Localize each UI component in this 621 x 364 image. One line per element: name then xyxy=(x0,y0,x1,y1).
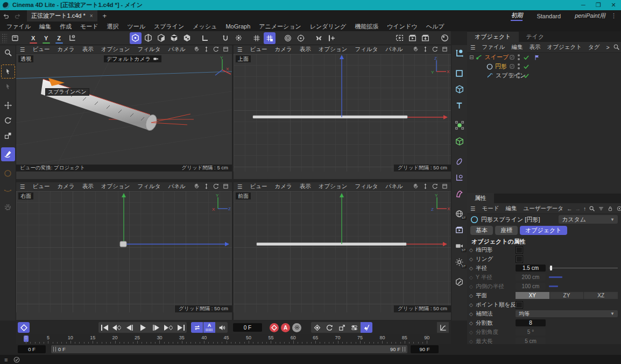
minimize-button[interactable]: ─ xyxy=(576,2,591,9)
plane-button-ZY[interactable]: ZY xyxy=(550,292,584,299)
object-row-2[interactable]: スプライン xyxy=(467,71,621,80)
render-settings-button[interactable] xyxy=(419,32,431,44)
lock-x-axis-button[interactable]: X xyxy=(27,32,39,44)
menu-item-2[interactable]: 表示 xyxy=(79,183,97,190)
next-key-button[interactable] xyxy=(163,322,174,333)
slider-handle[interactable] xyxy=(550,266,552,270)
cube-primitive-icon[interactable] xyxy=(453,82,467,96)
menu-item-2[interactable]: 作成 xyxy=(55,23,76,31)
toolbar-grip[interactable] xyxy=(2,33,7,43)
symmetry-settings-button[interactable] xyxy=(326,32,337,44)
visibility-dot-render[interactable] xyxy=(518,67,520,69)
checkbox[interactable] xyxy=(516,255,523,263)
menu-item-4[interactable]: フィルタ xyxy=(133,183,164,190)
null-axis-icon[interactable] xyxy=(453,170,467,184)
light-icon[interactable]: ST xyxy=(453,255,467,269)
menu-item-0[interactable]: ビュー xyxy=(246,46,271,53)
visibility-dot-editor[interactable] xyxy=(518,73,520,75)
viewport-right[interactable]: ☰ ビューカメラ表示オプションフィルタパネル Y xyxy=(16,182,232,320)
perspective-canvas[interactable]: Y X 透視 デフォルトカメラ スプラインペン ビューの変換: プロジェクト グ… xyxy=(16,54,232,172)
goto-end-button[interactable] xyxy=(175,322,187,333)
enabled-check-icon[interactable] xyxy=(523,63,530,70)
range-right-handle[interactable] xyxy=(403,347,405,352)
hamburger-icon[interactable]: ☰ xyxy=(234,183,246,190)
new-tab-button[interactable]: + xyxy=(97,12,112,20)
hamburger-icon[interactable]: ☰ xyxy=(467,44,478,51)
points-mode-button[interactable] xyxy=(130,32,142,44)
sound-button[interactable] xyxy=(216,322,228,333)
menu-item-12[interactable]: ウインドウ xyxy=(383,23,421,31)
dolly-icon[interactable] xyxy=(203,46,210,53)
sky-environment-icon[interactable]: ST xyxy=(453,206,467,220)
record-scale-button[interactable] xyxy=(336,322,348,333)
value-field[interactable]: 8 xyxy=(516,319,546,326)
menu-item-9[interactable]: アニメーション xyxy=(255,23,306,31)
symmetry-button[interactable] xyxy=(313,32,324,44)
spline-primitive-icon[interactable] xyxy=(453,66,467,80)
menu-item-5[interactable]: > xyxy=(603,44,612,51)
menu-item-5[interactable]: パネル xyxy=(164,46,189,53)
anim-dot-icon[interactable]: ◇ xyxy=(469,302,476,308)
rotate-tool-icon[interactable] xyxy=(1,113,15,127)
camera-icon[interactable]: ST xyxy=(453,239,467,253)
model-mode-button[interactable] xyxy=(168,32,180,44)
hamburger-icon[interactable]: ☰ xyxy=(234,46,246,53)
menu-item-2[interactable]: 表示 xyxy=(296,183,315,190)
menu-item-0[interactable]: ファイル xyxy=(2,23,35,31)
range-end-field[interactable]: 90 F xyxy=(411,345,439,353)
menu-item-3[interactable]: オプション xyxy=(97,183,134,190)
workplane-mode-button[interactable] xyxy=(282,32,294,44)
record-keyframe-button[interactable] xyxy=(270,323,279,332)
visibility-dot-render[interactable] xyxy=(518,58,520,60)
maximize-button[interactable]: ❐ xyxy=(591,2,606,9)
joint-tool-icon[interactable] xyxy=(1,200,15,214)
object-row-1[interactable]: 円形 xyxy=(467,62,621,71)
object-name[interactable]: 円形 xyxy=(495,62,507,70)
deformer-bend-icon[interactable] xyxy=(453,187,467,201)
tab-attributes[interactable]: 属性 xyxy=(467,193,494,203)
stage-icon[interactable] xyxy=(453,223,467,237)
menu-item-13[interactable]: ヘルプ xyxy=(422,23,449,31)
layout-initial[interactable]: 初期 xyxy=(511,11,523,21)
menu-item-6[interactable]: スプライン xyxy=(150,23,188,31)
menu-item-3[interactable]: オブジェクト xyxy=(544,44,584,51)
slider-track[interactable] xyxy=(549,268,618,268)
expand-icon[interactable]: ⊟ xyxy=(469,54,474,60)
render-picture-viewer-button[interactable] xyxy=(406,32,418,44)
toggle-view-icon[interactable] xyxy=(222,46,229,53)
plane-button-XZ[interactable]: XZ xyxy=(584,292,618,299)
goto-start-button[interactable] xyxy=(98,322,110,333)
menu-item-1[interactable]: 編集 xyxy=(508,44,526,51)
anim-dot-icon[interactable]: ◇ xyxy=(469,311,476,317)
enable-quantize-button[interactable] xyxy=(264,32,276,44)
preview-range-slider[interactable]: 0 F 90 F xyxy=(51,345,407,353)
pan-icon[interactable] xyxy=(193,183,200,190)
close-button[interactable]: ✕ xyxy=(606,2,621,9)
polygons-mode-button[interactable] xyxy=(156,32,167,44)
menu-item-0[interactable]: モード xyxy=(478,205,502,212)
lock-y-axis-button[interactable]: Y xyxy=(40,32,52,44)
texture-mode-button[interactable] xyxy=(181,32,193,44)
range-left-handle[interactable] xyxy=(53,347,56,352)
edit-icon[interactable] xyxy=(509,63,515,69)
menu-item-1[interactable]: カメラ xyxy=(53,46,78,53)
hamburger-icon[interactable]: ☰ xyxy=(16,46,29,53)
edit-icon[interactable] xyxy=(509,54,515,60)
previous-frame-button[interactable] xyxy=(123,322,135,333)
previous-key-button[interactable] xyxy=(111,322,123,333)
top-canvas[interactable]: Z X Y 上面 グリッド間隔 : 50 cm xyxy=(234,54,451,172)
menu-item-4[interactable]: 選択 xyxy=(103,23,123,31)
material-sphere-button[interactable] xyxy=(439,32,450,44)
track-icon[interactable] xyxy=(616,205,621,212)
object-row-0[interactable]: ⊟スイープ xyxy=(467,53,621,62)
document-tab[interactable]: 正弦波アート1.c4d * × xyxy=(27,10,97,22)
search-icon[interactable] xyxy=(589,205,595,212)
hamburger-icon[interactable]: ☰ xyxy=(467,205,478,212)
right-canvas[interactable]: Y Z X 右面 グリッド間隔 : 50 cm xyxy=(16,191,232,312)
layout-penipaint[interactable]: peniPaint用 xyxy=(575,12,605,20)
pan-icon[interactable] xyxy=(412,46,419,53)
next-frame-button[interactable] xyxy=(150,322,162,333)
preset-dropdown[interactable]: カスタム▼ xyxy=(559,215,618,224)
layer-browser-button[interactable] xyxy=(9,32,21,44)
keyframe-settings-button[interactable] xyxy=(292,323,301,332)
